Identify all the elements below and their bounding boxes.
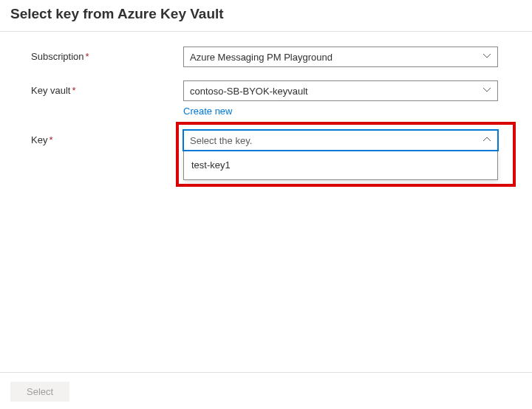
- chevron-down-icon: [482, 52, 491, 63]
- required-star: *: [86, 51, 89, 62]
- keyvault-value: contoso-SB-BYOK-keyvault: [190, 86, 308, 97]
- chevron-up-icon: [482, 135, 491, 146]
- required-star: *: [72, 85, 75, 96]
- key-selection-form: Subscription* Azure Messaging PM Playgro…: [0, 47, 532, 180]
- key-option[interactable]: test-key1: [184, 155, 497, 175]
- required-star: *: [49, 134, 52, 145]
- key-dropdown-panel: test-key1: [183, 151, 498, 180]
- key-field-wrapper: Select the key. test-key1: [183, 130, 522, 180]
- subscription-label: Subscription*: [0, 47, 183, 67]
- header-divider: [0, 31, 532, 32]
- select-button[interactable]: Select: [10, 382, 69, 402]
- footer-divider: [0, 372, 532, 373]
- keyvault-select[interactable]: contoso-SB-BYOK-keyvault: [183, 80, 498, 101]
- subscription-select[interactable]: Azure Messaging PM Playground: [183, 47, 498, 67]
- create-new-link[interactable]: Create new: [183, 106, 232, 117]
- footer: Select: [0, 372, 532, 402]
- key-select[interactable]: Select the key.: [183, 130, 498, 151]
- key-placeholder: Select the key.: [190, 135, 252, 146]
- page-title: Select key from Azure Key Vault: [0, 0, 532, 27]
- chevron-down-icon: [482, 86, 491, 97]
- subscription-value: Azure Messaging PM Playground: [190, 52, 332, 63]
- keyvault-label: Key vault*: [0, 80, 183, 117]
- key-label: Key*: [0, 130, 183, 180]
